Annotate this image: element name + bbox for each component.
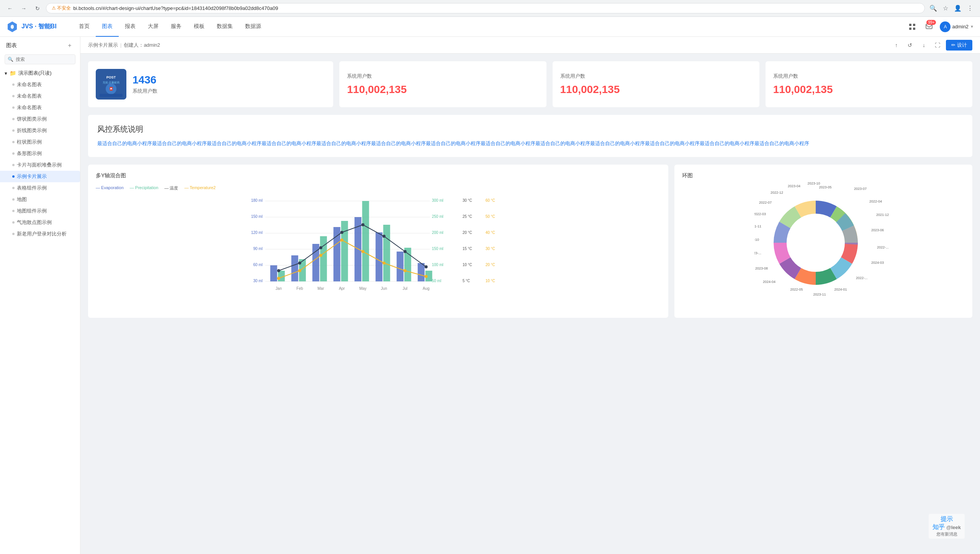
info-text: 最适合自己的电商小程序最适合自己的电商小程序最适合自己的电商小程序最适合自己的电… — [97, 139, 963, 148]
breadcrumb-actions: ↑ ↺ ↓ ⛶ ✏ 设计 — [891, 40, 972, 51]
svg-text:60 ml: 60 ml — [253, 263, 262, 267]
download-button[interactable]: ↓ — [918, 40, 929, 51]
bookmark-button[interactable]: ☆ — [940, 3, 951, 14]
sidebar-item-1[interactable]: 未命名图表 — [0, 90, 80, 102]
sidebar: 图表 + 🔍 ▾ 📁 演示图表(只读) — [0, 37, 80, 554]
browser-actions: 🔍 ☆ 👤 ⋮ — [928, 3, 975, 14]
svg-point-73 — [383, 235, 386, 238]
back-button[interactable]: ← — [5, 3, 15, 14]
svg-text:150 ml: 150 ml — [251, 214, 263, 219]
logo-text: JVS · 智能BI — [21, 23, 57, 31]
search-input[interactable] — [5, 54, 75, 64]
chevron-down-icon: ▼ — [970, 25, 974, 29]
svg-rect-63 — [341, 221, 348, 281]
nav-item-reports[interactable]: 报表 — [119, 17, 142, 37]
svg-rect-5 — [909, 28, 911, 30]
sidebar-item-10[interactable]: 地图 — [0, 194, 80, 205]
sidebar-item-7[interactable]: 卡片与面积堆叠示例 — [0, 159, 80, 171]
donut-chart-title: 环图 — [682, 172, 965, 179]
sidebar-item-9[interactable]: 表格组件示例 — [0, 182, 80, 194]
sidebar-item-0[interactable]: 未命名图表 — [0, 79, 80, 90]
nav-item-charts[interactable]: 图表 — [96, 17, 119, 37]
svg-point-78 — [319, 254, 322, 257]
svg-text:90 ml: 90 ml — [253, 247, 262, 251]
logo-icon — [6, 21, 18, 33]
sidebar-item-12[interactable]: 气泡散点图示例 — [0, 217, 80, 228]
stat-card-4: 系统用户数 110,002,135 — [766, 61, 972, 107]
svg-text:40 °C: 40 °C — [486, 230, 495, 235]
sidebar-item-13[interactable]: 新老用户登录对比分析 — [0, 228, 80, 240]
svg-point-79 — [340, 239, 344, 242]
svg-text:Jun: Jun — [381, 286, 387, 291]
nav-item-datasource[interactable]: 数据源 — [239, 17, 267, 37]
upload-button[interactable]: ↑ — [891, 40, 901, 51]
svg-text:2023-06: 2023-06 — [871, 228, 884, 232]
stat-card-4-content: 系统用户数 110,002,135 — [773, 73, 833, 96]
nav-item-template[interactable]: 模板 — [188, 17, 211, 37]
svg-point-77 — [298, 269, 301, 272]
sidebar-item-4[interactable]: 折线图类示例 — [0, 125, 80, 136]
nav-item-service[interactable]: 服务 — [165, 17, 188, 37]
svg-text:150 ml: 150 ml — [432, 247, 443, 251]
stat-card-2-content: 系统用户数 110,002,135 — [347, 73, 407, 96]
nav-item-dataset[interactable]: 数据集 — [211, 17, 239, 37]
sidebar-item-label-13: 新老用户登录对比分析 — [17, 230, 67, 237]
top-navigation: JVS · 智能BI 首页 图表 报表 大屏 服务 模板 数据集 数据源 — [0, 17, 980, 37]
sidebar-group-label: 演示图表(只读) — [18, 70, 75, 77]
svg-text:2022-...: 2022-... — [856, 276, 868, 280]
sidebar-item-3[interactable]: 饼状图类示例 — [0, 113, 80, 125]
sidebar-item-2[interactable]: 未命名图表 — [0, 102, 80, 113]
svg-text:Jan: Jan — [276, 286, 282, 291]
design-button[interactable]: ✏ 设计 — [946, 40, 972, 51]
sidebar-item-6[interactable]: 条形图示例 — [0, 148, 80, 159]
sidebar-item-label-11: 地图组件示例 — [17, 208, 47, 214]
svg-text:2023-04: 2023-04 — [788, 184, 800, 188]
legend-precipitation: — Precipitation — [130, 185, 159, 191]
svg-point-68 — [277, 269, 280, 272]
svg-point-83 — [425, 275, 428, 278]
forward-button[interactable]: → — [18, 3, 29, 14]
user-menu-button[interactable]: A admin2 ▼ — [940, 21, 974, 32]
refresh-chart-button[interactable]: ↺ — [905, 40, 915, 51]
refresh-button[interactable]: ↻ — [32, 3, 43, 14]
sidebar-group-header[interactable]: ▾ 📁 演示图表(只读) — [0, 67, 80, 79]
stat-number-2: 110,002,135 — [347, 83, 407, 96]
app-container: JVS · 智能BI 首页 图表 报表 大屏 服务 模板 数据集 数据源 — [0, 17, 980, 554]
svg-text:120 ml: 120 ml — [251, 230, 263, 235]
sidebar-group-demo: ▾ 📁 演示图表(只读) 未命名图表 未命名图表 未命名图表 — [0, 67, 80, 240]
sidebar-add-button[interactable]: + — [65, 41, 74, 50]
info-section: 风控系统说明 最适合自己的电商小程序最适合自己的电商小程序最适合自己的电商小程序… — [88, 115, 972, 157]
info-title: 风控系统说明 — [97, 124, 963, 134]
user-profile-button[interactable]: 👤 — [952, 3, 963, 14]
sidebar-item-5[interactable]: 柱状图示例 — [0, 136, 80, 148]
stat-label-2: 系统用户数 — [347, 73, 407, 80]
svg-text:30 °C: 30 °C — [486, 247, 495, 251]
svg-text:Aug: Aug — [423, 286, 430, 291]
message-button[interactable]: 99+ — [923, 21, 935, 33]
svg-text:25 °C: 25 °C — [463, 214, 472, 219]
stat-card-1-content: 1436 系统用户数 — [133, 74, 157, 95]
security-warning: ⚠ 不安全 — [52, 5, 71, 11]
svg-point-81 — [383, 261, 386, 265]
svg-text:Feb: Feb — [296, 286, 303, 291]
nav-item-bigscreen[interactable]: 大屏 — [142, 17, 165, 37]
legend-temperature2: — Temperature2 — [184, 185, 216, 191]
sidebar-item-label-3: 饼状图类示例 — [17, 116, 47, 123]
sidebar-item-11[interactable]: 地图组件示例 — [0, 205, 80, 217]
address-bar[interactable]: ⚠ 不安全 bi.bctools.cn/#/chart-design-ui/ch… — [46, 3, 925, 13]
sidebar-item-8[interactable]: 示例卡片展示 — [0, 171, 80, 182]
fullscreen-button[interactable]: ⛶ — [932, 40, 943, 51]
nav-item-home[interactable]: 首页 — [73, 17, 96, 37]
sidebar-item-label-10: 地图 — [17, 196, 27, 203]
svg-point-71 — [340, 231, 344, 234]
svg-point-80 — [362, 250, 365, 253]
svg-text:250 ml: 250 ml — [432, 214, 443, 219]
browser-chrome: ← → ↻ ⚠ 不安全 bi.bctools.cn/#/chart-design… — [0, 0, 980, 17]
more-options-button[interactable]: ⋮ — [965, 3, 975, 14]
grid-view-button[interactable] — [906, 21, 918, 33]
svg-rect-53 — [291, 255, 298, 281]
svg-text:Jul: Jul — [402, 286, 407, 291]
sidebar-item-label-7: 卡片与面积堆叠示例 — [17, 162, 62, 168]
search-action-button[interactable]: 🔍 — [928, 3, 939, 14]
svg-text:Apr: Apr — [339, 286, 345, 291]
